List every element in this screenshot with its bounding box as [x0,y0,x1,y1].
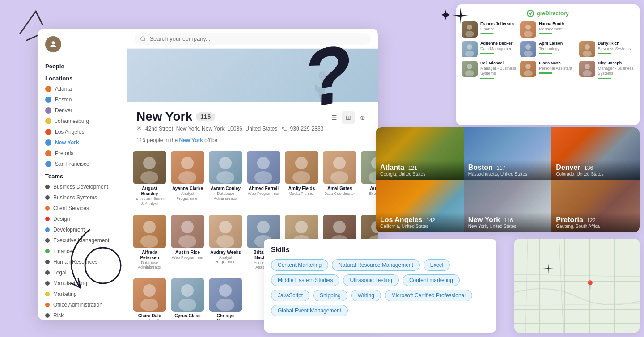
sparkle-icon-1: ✦ [440,7,452,24]
dir-person-fiona[interactable]: Fiona Nash Personal Assistant [520,61,575,79]
skill-tag-writing[interactable]: Writing [351,290,381,301]
person-role: Analyst Programmer [171,191,204,201]
person-card-ahmed[interactable]: Ahmed Ferrell Web Programmer [245,147,282,210]
sidebar-section-teams: Teams [38,169,127,181]
location-dot [45,107,51,114]
person-card-alfreda[interactable]: Alfreda Petersen Database Administrator [131,211,168,274]
person-avatar [247,151,280,184]
skill-tag-content-marketing[interactable]: Content Marketing [271,259,328,271]
dir-person-info: Hanna Booth Management [539,21,564,34]
location-pin-icon [136,126,142,131]
sidebar-location-label: Denver [55,107,72,114]
location-region: New York, United States [468,224,547,229]
skill-tag-javascript[interactable]: JavaScript [271,290,309,301]
dir-status-bar [598,53,611,54]
sidebar-location-label: San Francisco [55,161,89,167]
svg-point-43 [219,284,232,297]
address-text: 42nd Street, New York, New York, 10036, … [145,126,278,132]
person-card-cyrus[interactable]: Cyrus Glass Database Administrator [169,274,206,320]
skill-tag-excel[interactable]: Excel [424,259,450,271]
svg-point-13 [181,157,194,169]
sidebar-item-business-dev[interactable]: Business Development [38,181,127,192]
location-overlay: Denver 136 Colorado, United States [551,160,640,180]
svg-point-22 [330,171,348,184]
dir-person-avatar [579,41,595,57]
person-card-claire[interactable]: Claire Dale External Auditor [131,274,168,320]
sidebar-item-denver[interactable]: Denver [38,105,127,116]
address-line: 42nd Street, New York, New York, 10036, … [136,126,369,132]
person-card-august[interactable]: August Beasley Data Coordinator & Analys… [131,147,168,210]
sidebar-item-losangeles[interactable]: Los Angeles [38,126,127,137]
sidebar-item-risk[interactable]: Risk [38,310,127,320]
person-card-austin[interactable]: Austin Rice Web Programmer [169,211,206,274]
dir-person-darryl[interactable]: Darryl Rich Business Systems [579,41,634,57]
person-avatar [133,278,166,312]
person-card-aubrey[interactable]: Aubrey Executive [359,147,378,210]
sidebar-item-johannesburg[interactable]: Johannesburg [38,116,127,126]
location-card-newyork[interactable]: New York 116 New York, United States [464,180,552,233]
person-role: Data Coordinator [324,191,355,196]
svg-point-41 [181,284,194,297]
sidebar-item-boston[interactable]: Boston [38,94,127,105]
svg-point-16 [216,171,234,184]
person-card-avram[interactable]: Avram Conley Database Administrator [207,147,244,210]
person-name: Ayanna Clarke [172,186,203,191]
svg-point-62 [583,70,592,76]
page-title: New York [136,110,192,124]
sidebar-location-label: Johannesburg [55,118,89,124]
person-card-amal[interactable]: Amal Gates Data Coordinator [321,147,358,210]
search-icon [140,36,146,42]
dir-person-hanna[interactable]: Hanna Booth Management [520,21,575,38]
location-card-pretoria[interactable]: Pretoria 122 Gauteng, South Africa [551,180,640,233]
location-card-losangeles[interactable]: Los Angeles 142 California, United State… [376,180,464,233]
sidebar-section-locations: Locations [38,72,127,84]
person-avatar [323,151,356,184]
skill-tag-content-marketing-2[interactable]: Content marketing [402,274,460,286]
person-card-ayanna[interactable]: Ayanna Clarke Analyst Programmer [169,147,206,210]
person-role: Database Administrator [133,261,166,270]
skill-tag-middle-eastern[interactable]: Middle Eastern Studies [271,274,339,286]
skill-tag-ultrasonic[interactable]: Ultrasonic Testing [343,274,399,286]
skill-tag-natural-resource[interactable]: Natural Resource Management [332,259,420,271]
location-card-denver[interactable]: Denver 136 Colorado, United States [551,127,640,180]
location-card-boston[interactable]: Boston 117 Massachusetts, United States [464,127,552,180]
skills-panel: Skills Content Marketing Natural Resourc… [264,239,496,333]
person-card-amity[interactable]: Amity Fields Media Planner [283,147,320,210]
dir-person-name: April Larson [539,41,563,46]
dir-person-bell[interactable]: Bell Michael Manager - Business Systems [462,61,517,79]
sidebar-item-business-sys[interactable]: Business Systems [38,192,127,203]
svg-point-51 [467,44,472,50]
dir-person-dieg[interactable]: Dieg Joseph Manager - Business Systems [579,61,634,79]
person-card-christye[interactable]: Christye Hayne... Executive [207,274,244,320]
dir-person-name: Bell Michael [480,61,517,66]
dir-person-francis[interactable]: Francis Jefferson Finance [462,21,517,38]
locations-grid: Atlanta 121 Georgia, United States Bosto… [376,127,640,232]
person-role: External Auditor [136,319,164,320]
person-name: Avram Conley [211,186,241,191]
skill-tag-global-event[interactable]: Global Event Management [271,305,348,316]
person-card-audrey[interactable]: Audrey Weeks Analyst Programmer [207,211,244,274]
sidebar-item-pretoria[interactable]: Pretoria [38,148,127,159]
sidebar-item-newyork[interactable]: New York [38,137,127,148]
svg-point-46 [527,10,534,17]
skills-title: Skills [271,246,489,254]
dir-person-role: Data Management [480,46,513,52]
sidebar-item-client-svc[interactable]: Client Services [38,203,127,214]
sidebar-item-sanfrancisco[interactable]: San Francisco [38,159,127,169]
svg-point-39 [143,284,156,297]
svg-point-59 [525,64,531,69]
skills-tags: Content Marketing Natural Resource Manag… [271,259,489,316]
sidebar-item-atlanta[interactable]: Atlanta [38,84,127,94]
skill-tag-microsoft-certified[interactable]: Microsoft Certified Professional [385,290,472,301]
team-dot [45,185,50,189]
person-role: Database Administrator [171,319,204,320]
svg-point-52 [465,51,474,57]
map-grid: 📍 [514,239,640,333]
dir-person-avatar [520,41,536,57]
skill-tag-shipping[interactable]: Shipping [313,290,347,301]
svg-point-56 [583,51,592,57]
svg-point-47 [467,25,472,30]
dir-person-adrienne[interactable]: Adrienne Decker Data Management [462,41,517,57]
location-card-atlanta[interactable]: Atlanta 121 Georgia, United States [376,127,464,180]
dir-person-april[interactable]: April Larson Technology [520,41,575,57]
